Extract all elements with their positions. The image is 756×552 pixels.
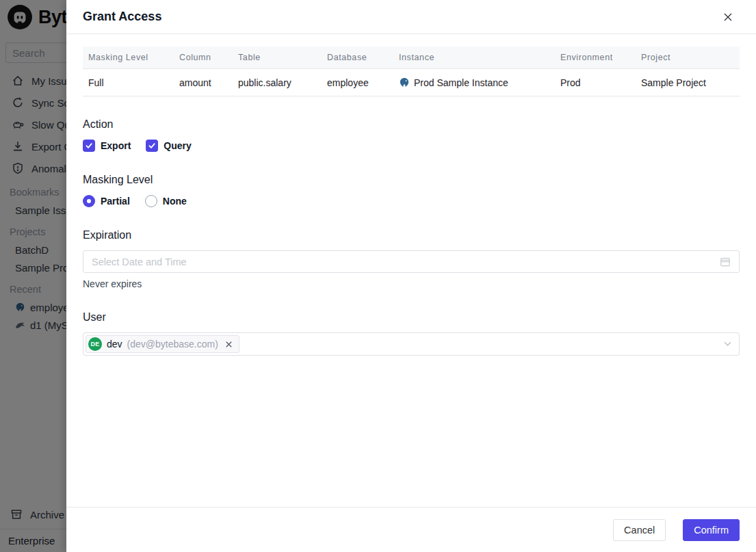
remove-user-icon[interactable]	[224, 340, 233, 349]
column-header-environment: Environment	[555, 47, 636, 69]
cell-masking-level: Full	[83, 69, 174, 96]
export-checkbox[interactable]: Export	[83, 140, 131, 152]
user-tag: DE dev (dev@bytebase.com)	[86, 335, 239, 353]
user-section: User DE dev (dev@bytebase.com)	[83, 311, 740, 356]
none-radio-label: None	[163, 196, 187, 207]
radio-selected-icon[interactable]	[83, 195, 95, 207]
modal-backdrop	[0, 0, 66, 552]
column-header-project: Project	[636, 47, 740, 69]
radio-unselected-icon[interactable]	[145, 195, 157, 207]
column-header-table: Table	[233, 47, 322, 69]
partial-radio[interactable]: Partial	[83, 195, 130, 207]
grant-access-modal: Grant Access Masking Level Column Table …	[66, 0, 756, 552]
expiration-label: Expiration	[83, 229, 740, 241]
postgres-icon	[399, 77, 410, 88]
action-section: Action Export Query	[83, 118, 740, 152]
table-header-row: Masking Level Column Table Database Inst…	[83, 47, 740, 69]
cell-instance: Prod Sample Instance	[393, 69, 555, 96]
partial-radio-label: Partial	[101, 196, 130, 207]
cell-column: amount	[174, 69, 233, 96]
cell-table: public.salary	[233, 69, 322, 96]
query-checkbox[interactable]: Query	[146, 140, 191, 152]
column-header-instance: Instance	[393, 47, 555, 69]
grant-table: Masking Level Column Table Database Inst…	[83, 47, 740, 96]
modal-footer: Cancel Confirm	[66, 507, 756, 552]
instance-name: Prod Sample Instance	[414, 77, 508, 88]
column-header-column: Column	[174, 47, 233, 69]
expiration-date-input[interactable]	[83, 250, 740, 273]
user-email: (dev@bytebase.com)	[127, 339, 218, 350]
user-select[interactable]: DE dev (dev@bytebase.com)	[83, 332, 740, 356]
close-icon[interactable]	[720, 10, 735, 25]
checkbox-checked-icon[interactable]	[146, 140, 158, 152]
calendar-icon[interactable]	[720, 257, 731, 267]
checkbox-checked-icon[interactable]	[83, 140, 95, 152]
cell-environment: Prod	[555, 69, 636, 96]
action-label: Action	[83, 118, 740, 131]
none-radio[interactable]: None	[145, 195, 187, 207]
modal-body: Masking Level Column Table Database Inst…	[66, 34, 756, 507]
export-checkbox-label: Export	[101, 140, 131, 151]
cell-database: employee	[322, 69, 393, 96]
query-checkbox-label: Query	[164, 140, 191, 151]
expiration-hint: Never expires	[83, 278, 740, 289]
modal-header: Grant Access	[66, 0, 756, 34]
confirm-button[interactable]: Confirm	[683, 519, 740, 541]
masking-level-section: Masking Level Partial None	[83, 174, 740, 207]
avatar: DE	[88, 337, 102, 351]
column-header-masking-level: Masking Level	[83, 47, 174, 69]
chevron-down-icon[interactable]	[723, 339, 732, 348]
masking-level-label: Masking Level	[83, 174, 740, 186]
modal-title: Grant Access	[83, 10, 161, 24]
user-name: dev	[107, 339, 122, 350]
expiration-section: Expiration Never expires	[83, 229, 740, 289]
cancel-button[interactable]: Cancel	[613, 519, 666, 541]
user-label: User	[83, 311, 740, 324]
table-row: Full amount public.salary employee Prod …	[83, 69, 740, 96]
column-header-database: Database	[322, 47, 393, 69]
date-time-input[interactable]	[92, 257, 720, 267]
cell-project: Sample Project	[636, 69, 740, 96]
